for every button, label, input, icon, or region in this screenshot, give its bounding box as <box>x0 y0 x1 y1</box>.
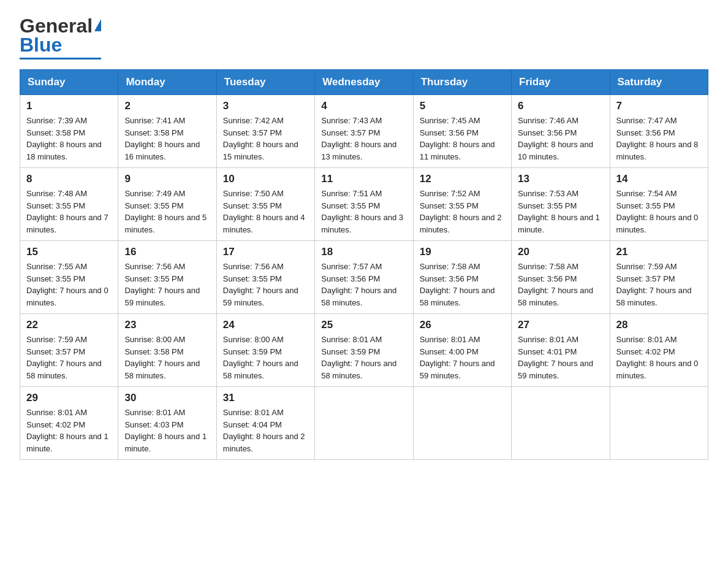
day-info: Sunrise: 7:58 AMSunset: 3:56 PMDaylight:… <box>420 262 495 307</box>
calendar-cell: 22 Sunrise: 7:59 AMSunset: 3:57 PMDaylig… <box>20 314 118 387</box>
calendar-week-5: 29 Sunrise: 8:01 AMSunset: 4:02 PMDaylig… <box>20 387 708 460</box>
day-info: Sunrise: 8:00 AMSunset: 3:59 PMDaylight:… <box>223 335 298 380</box>
day-info: Sunrise: 8:01 AMSunset: 4:04 PMDaylight:… <box>223 408 305 453</box>
day-number: 29 <box>26 392 112 404</box>
calendar-cell: 19 Sunrise: 7:58 AMSunset: 3:56 PMDaylig… <box>413 241 511 314</box>
day-number: 26 <box>420 319 505 331</box>
column-header-friday: Friday <box>512 70 610 95</box>
day-info: Sunrise: 7:49 AMSunset: 3:55 PMDaylight:… <box>124 189 207 234</box>
day-number: 14 <box>616 173 702 185</box>
calendar-cell: 31 Sunrise: 8:01 AMSunset: 4:04 PMDaylig… <box>216 387 314 460</box>
logo-blue: Blue <box>20 34 62 56</box>
calendar-cell <box>413 387 511 460</box>
column-header-thursday: Thursday <box>413 70 511 95</box>
day-number: 25 <box>321 319 406 331</box>
calendar-week-2: 8 Sunrise: 7:48 AMSunset: 3:55 PMDayligh… <box>20 168 708 241</box>
day-info: Sunrise: 7:46 AMSunset: 3:56 PMDaylight:… <box>518 116 593 161</box>
calendar-cell: 7 Sunrise: 7:47 AMSunset: 3:56 PMDayligh… <box>610 95 708 168</box>
calendar-week-3: 15 Sunrise: 7:55 AMSunset: 3:55 PMDaylig… <box>20 241 708 314</box>
day-number: 19 <box>420 246 505 258</box>
calendar-cell: 8 Sunrise: 7:48 AMSunset: 3:55 PMDayligh… <box>20 168 118 241</box>
day-info: Sunrise: 7:43 AMSunset: 3:57 PMDaylight:… <box>321 116 396 161</box>
calendar-cell: 11 Sunrise: 7:51 AMSunset: 3:55 PMDaylig… <box>315 168 413 241</box>
day-number: 21 <box>616 246 702 258</box>
day-number: 18 <box>321 246 406 258</box>
calendar-cell: 24 Sunrise: 8:00 AMSunset: 3:59 PMDaylig… <box>216 314 314 387</box>
day-number: 23 <box>124 319 210 331</box>
calendar-cell: 30 Sunrise: 8:01 AMSunset: 4:03 PMDaylig… <box>118 387 216 460</box>
day-info: Sunrise: 7:56 AMSunset: 3:55 PMDaylight:… <box>223 262 298 307</box>
day-info: Sunrise: 7:48 AMSunset: 3:55 PMDaylight:… <box>26 189 108 234</box>
day-info: Sunrise: 7:41 AMSunset: 3:58 PMDaylight:… <box>124 116 200 161</box>
column-header-tuesday: Tuesday <box>216 70 314 95</box>
day-info: Sunrise: 8:01 AMSunset: 4:01 PMDaylight:… <box>518 335 593 380</box>
calendar-cell <box>610 387 708 460</box>
day-info: Sunrise: 7:52 AMSunset: 3:55 PMDaylight:… <box>420 189 502 234</box>
logo: General Blue <box>20 15 101 59</box>
calendar-cell: 20 Sunrise: 7:58 AMSunset: 3:56 PMDaylig… <box>512 241 610 314</box>
calendar-cell: 6 Sunrise: 7:46 AMSunset: 3:56 PMDayligh… <box>512 95 610 168</box>
calendar-cell: 29 Sunrise: 8:01 AMSunset: 4:02 PMDaylig… <box>20 387 118 460</box>
calendar-cell: 2 Sunrise: 7:41 AMSunset: 3:58 PMDayligh… <box>118 95 216 168</box>
calendar-cell: 23 Sunrise: 8:00 AMSunset: 3:58 PMDaylig… <box>118 314 216 387</box>
calendar-cell: 13 Sunrise: 7:53 AMSunset: 3:55 PMDaylig… <box>512 168 610 241</box>
day-info: Sunrise: 7:42 AMSunset: 3:57 PMDaylight:… <box>223 116 298 161</box>
day-number: 6 <box>518 100 603 112</box>
day-info: Sunrise: 7:55 AMSunset: 3:55 PMDaylight:… <box>26 262 108 307</box>
day-info: Sunrise: 7:51 AMSunset: 3:55 PMDaylight:… <box>321 189 403 234</box>
day-number: 4 <box>321 100 406 112</box>
day-info: Sunrise: 7:56 AMSunset: 3:55 PMDaylight:… <box>124 262 200 307</box>
calendar-week-1: 1 Sunrise: 7:39 AMSunset: 3:58 PMDayligh… <box>20 95 708 168</box>
day-number: 9 <box>124 173 210 185</box>
day-number: 11 <box>321 173 406 185</box>
day-info: Sunrise: 7:53 AMSunset: 3:55 PMDaylight:… <box>518 189 600 234</box>
day-info: Sunrise: 8:01 AMSunset: 4:02 PMDaylight:… <box>616 335 699 380</box>
day-number: 24 <box>223 319 308 331</box>
calendar-cell: 10 Sunrise: 7:50 AMSunset: 3:55 PMDaylig… <box>216 168 314 241</box>
header-row: SundayMondayTuesdayWednesdayThursdayFrid… <box>20 70 708 95</box>
day-number: 16 <box>124 246 210 258</box>
calendar-cell: 15 Sunrise: 7:55 AMSunset: 3:55 PMDaylig… <box>20 241 118 314</box>
day-number: 10 <box>223 173 308 185</box>
day-number: 15 <box>26 246 112 258</box>
calendar-cell: 9 Sunrise: 7:49 AMSunset: 3:55 PMDayligh… <box>118 168 216 241</box>
day-number: 5 <box>420 100 505 112</box>
day-number: 7 <box>616 100 702 112</box>
calendar-week-4: 22 Sunrise: 7:59 AMSunset: 3:57 PMDaylig… <box>20 314 708 387</box>
day-info: Sunrise: 7:58 AMSunset: 3:56 PMDaylight:… <box>518 262 593 307</box>
day-number: 17 <box>223 246 308 258</box>
day-number: 1 <box>26 100 112 112</box>
day-info: Sunrise: 8:00 AMSunset: 3:58 PMDaylight:… <box>124 335 200 380</box>
day-number: 3 <box>223 100 308 112</box>
day-info: Sunrise: 8:01 AMSunset: 3:59 PMDaylight:… <box>321 335 396 380</box>
column-header-saturday: Saturday <box>610 70 708 95</box>
logo-underline <box>20 58 101 59</box>
calendar-cell: 16 Sunrise: 7:56 AMSunset: 3:55 PMDaylig… <box>118 241 216 314</box>
calendar-cell: 5 Sunrise: 7:45 AMSunset: 3:56 PMDayligh… <box>413 95 511 168</box>
day-number: 22 <box>26 319 112 331</box>
day-number: 20 <box>518 246 603 258</box>
day-info: Sunrise: 8:01 AMSunset: 4:03 PMDaylight:… <box>124 408 207 453</box>
calendar-cell: 3 Sunrise: 7:42 AMSunset: 3:57 PMDayligh… <box>216 95 314 168</box>
logo-triangle-icon <box>94 19 101 31</box>
calendar-cell: 28 Sunrise: 8:01 AMSunset: 4:02 PMDaylig… <box>610 314 708 387</box>
day-info: Sunrise: 8:01 AMSunset: 4:00 PMDaylight:… <box>420 335 495 380</box>
day-number: 12 <box>420 173 505 185</box>
calendar-cell: 12 Sunrise: 7:52 AMSunset: 3:55 PMDaylig… <box>413 168 511 241</box>
calendar-cell: 25 Sunrise: 8:01 AMSunset: 3:59 PMDaylig… <box>315 314 413 387</box>
day-number: 31 <box>223 392 308 404</box>
day-info: Sunrise: 7:39 AMSunset: 3:58 PMDaylight:… <box>26 116 102 161</box>
day-info: Sunrise: 7:59 AMSunset: 3:57 PMDaylight:… <box>616 262 692 307</box>
calendar-cell: 27 Sunrise: 8:01 AMSunset: 4:01 PMDaylig… <box>512 314 610 387</box>
day-number: 8 <box>26 173 112 185</box>
calendar-cell: 4 Sunrise: 7:43 AMSunset: 3:57 PMDayligh… <box>315 95 413 168</box>
calendar-cell: 21 Sunrise: 7:59 AMSunset: 3:57 PMDaylig… <box>610 241 708 314</box>
day-info: Sunrise: 7:45 AMSunset: 3:56 PMDaylight:… <box>420 116 495 161</box>
calendar-cell: 14 Sunrise: 7:54 AMSunset: 3:55 PMDaylig… <box>610 168 708 241</box>
day-number: 27 <box>518 319 603 331</box>
day-info: Sunrise: 7:57 AMSunset: 3:56 PMDaylight:… <box>321 262 396 307</box>
day-number: 13 <box>518 173 603 185</box>
day-number: 28 <box>616 319 702 331</box>
day-info: Sunrise: 7:54 AMSunset: 3:55 PMDaylight:… <box>616 189 699 234</box>
day-number: 2 <box>124 100 210 112</box>
